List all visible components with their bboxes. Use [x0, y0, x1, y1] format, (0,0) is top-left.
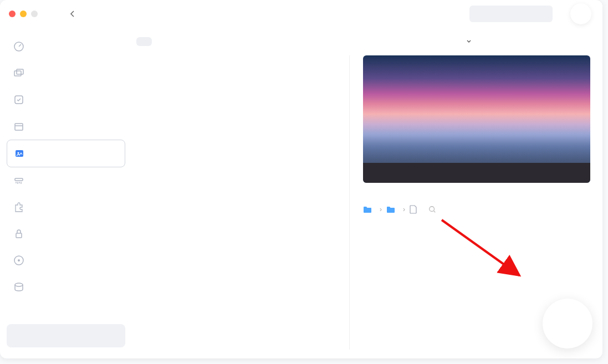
file-icon: [410, 205, 417, 214]
minimize-dot[interactable]: [20, 11, 27, 17]
sort-by-dropdown[interactable]: [464, 39, 472, 44]
svg-rect-6: [16, 150, 23, 157]
svg-rect-3: [17, 69, 23, 74]
sidebar-item-duplicate-finder[interactable]: [7, 60, 125, 86]
cleanup-button[interactable]: [543, 299, 592, 348]
sidebar-item-junk-cleaner[interactable]: [7, 33, 125, 60]
close-dot[interactable]: [9, 11, 16, 17]
sidebar-item-shredder[interactable]: [7, 167, 125, 194]
folder-icon: [363, 206, 372, 213]
folders-icon: [13, 68, 24, 79]
back-button[interactable]: [70, 11, 78, 17]
svg-rect-5: [15, 124, 23, 130]
disk-icon: [13, 281, 24, 293]
metadata: [363, 221, 590, 227]
image-icon: [14, 148, 25, 159]
svg-rect-9: [16, 233, 22, 238]
shredder-icon: [13, 175, 24, 186]
sidebar-item-similar-images[interactable]: [7, 140, 125, 167]
chevron-down-icon: [466, 39, 472, 44]
auto-select-button[interactable]: [136, 37, 152, 46]
folder-icon: [386, 206, 395, 213]
sidebar-item-optimization[interactable]: [7, 247, 125, 274]
window-controls[interactable]: [9, 11, 38, 17]
sidebar-item-disk-analysis[interactable]: [7, 274, 125, 300]
sidebar-item-uninstaller[interactable]: [7, 86, 125, 113]
svg-point-13: [430, 207, 435, 212]
svg-rect-2: [14, 71, 21, 76]
lock-icon: [13, 228, 24, 239]
file-list[interactable]: [136, 55, 350, 350]
puzzle-icon: [13, 202, 24, 213]
user-button[interactable]: [7, 324, 125, 347]
svg-point-12: [15, 283, 23, 286]
svg-point-11: [18, 259, 20, 262]
box-icon: [13, 121, 24, 132]
preview-image: [363, 55, 590, 183]
search-icon[interactable]: [428, 206, 436, 213]
search-box[interactable]: [469, 6, 553, 22]
detail-path: › ›: [363, 205, 590, 214]
svg-rect-8: [15, 178, 23, 181]
maximize-dot[interactable]: [31, 11, 38, 17]
gauge-icon: [13, 41, 24, 52]
search-input[interactable]: [475, 10, 568, 18]
sidebar: [0, 28, 132, 358]
svg-point-7: [18, 152, 19, 154]
sidebar-item-large-files[interactable]: [7, 113, 125, 140]
help-button[interactable]: [570, 3, 591, 24]
rocket-icon: [13, 255, 24, 266]
app-icon: [13, 94, 24, 105]
chevron-left-icon: [70, 11, 74, 17]
sidebar-item-privacy[interactable]: [7, 221, 125, 247]
sidebar-item-extensions[interactable]: [7, 194, 125, 221]
